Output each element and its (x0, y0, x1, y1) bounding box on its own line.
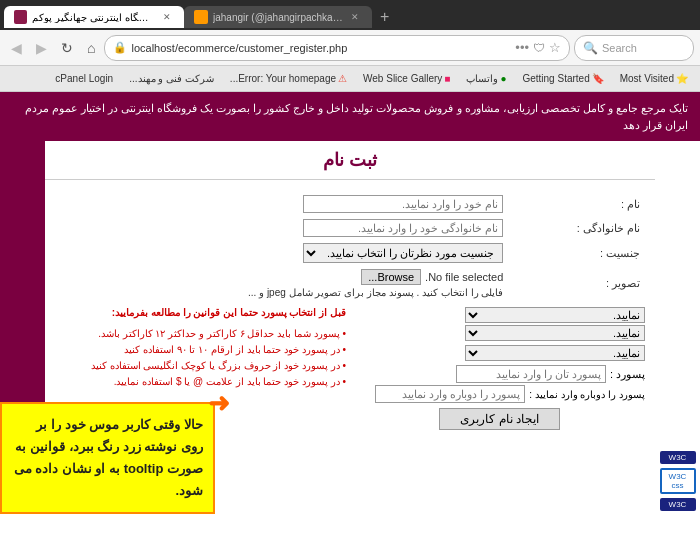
dropdown-1[interactable]: نمایید. (465, 307, 645, 323)
gender-select[interactable]: جنسیت مورد نظرتان را انتخاب نمایید. (303, 243, 503, 263)
address-text: localhost/ecommerce/customer_register.ph… (131, 42, 511, 54)
tooltip-overlay: حالا وقتی کاربر موس خود را بر روی نوشته … (0, 402, 215, 514)
file-upload-row: No file selected. Browse... (60, 269, 503, 285)
back-button[interactable]: ◀ (6, 37, 27, 59)
shield-icon: 🛡 (533, 41, 545, 55)
search-bar[interactable]: 🔍 Search (574, 35, 694, 61)
tab-favicon-2 (194, 10, 208, 24)
dropdown-row-1: نمایید. (354, 307, 645, 323)
password-input[interactable] (456, 365, 606, 383)
password-inputs-col: نمایید. نمایید. نمایید. (354, 305, 645, 435)
bookmark-icon-web-slice: ■ (444, 73, 450, 84)
tab-active[interactable]: فروشگاه اینترنتی جهانگیر پوکم ✕ (4, 6, 184, 28)
bookmark-icon-getting-started: 🔖 (592, 73, 604, 84)
bookmark-icon-whatsapp: ● (500, 73, 506, 84)
dropdown-3[interactable]: نمایید. (465, 345, 645, 361)
photo-label: تصویر : (508, 266, 645, 301)
policy-intro: قبل از انتخاب پسورد حتما این قوانین را م… (55, 305, 346, 320)
search-text: Search (602, 42, 637, 54)
submit-row: ایجاد نام کاربری (354, 408, 645, 430)
tab-favicon-1 (14, 10, 27, 24)
dropdown-row-2: نمایید. (354, 325, 645, 341)
bookmark-getting-started[interactable]: 🔖 Getting Started (516, 71, 609, 86)
browser-chrome: فروشگاه اینترنتی جهانگیر پوکم ✕ jahangir… (0, 0, 700, 92)
bookmark-tech[interactable]: شرکت فنی و مهند... (123, 71, 220, 86)
star-icon[interactable]: ☆ (549, 40, 561, 55)
home-button[interactable]: ⌂ (82, 37, 100, 59)
bookmark-icon-most-visited: ⭐ (676, 73, 688, 84)
bookmarks-bar: ⭐ Most Visited 🔖 Getting Started ● واتسا… (0, 66, 700, 92)
bookmark-most-visited[interactable]: ⭐ Most Visited (614, 71, 694, 86)
password-confirm-label: پسورد را دوباره وارد نمایید : (529, 389, 645, 400)
bookmark-icon-error: ⚠ (338, 73, 347, 84)
password-row: پسورد : (354, 365, 645, 383)
pwd-rule-1: • پسورد شما باید حداقل ۶ کاراکتر و حداکث… (55, 326, 346, 342)
wc-badge-2: W3C (660, 498, 696, 511)
password-rules: • پسورد شما باید حداقل ۶ کاراکتر و حداکث… (55, 322, 346, 394)
refresh-button[interactable]: ↻ (56, 37, 78, 59)
gender-row: جنسیت : جنسیت مورد نظرتان را انتخاب نمای… (55, 240, 645, 266)
password-confirm-input[interactable] (375, 385, 525, 403)
file-selected-text: No file selected. (425, 271, 503, 283)
family-input[interactable] (303, 219, 503, 237)
address-bar[interactable]: 🔒 localhost/ecommerce/customer_register.… (104, 35, 570, 61)
dots-menu[interactable]: ••• (515, 40, 529, 55)
tab-inactive-2[interactable]: jahangir (@jahangirpachkam) • In... ✕ (184, 6, 372, 28)
password-confirm-row: پسورد را دوباره وارد نمایید : (354, 385, 645, 403)
family-label: نام خانوادگی : (508, 216, 645, 240)
tab-title-1: فروشگاه اینترنتی جهانگیر پوکم (32, 12, 155, 23)
bookmark-web-slice[interactable]: ■ Web Slice Gallery (357, 71, 456, 86)
nav-bar: ◀ ▶ ↻ ⌂ 🔒 localhost/ecommerce/customer_r… (0, 30, 700, 66)
right-sidebar: W3C W3C css W3C (655, 141, 700, 514)
photo-row: تصویر : No file selected. Browse... فایل… (55, 266, 645, 301)
pwd-rule-2: • در پسورد خود حتما باید از ارقام ۱۰ تا … (55, 342, 346, 358)
bookmark-cpanel[interactable]: cPanel Login (49, 71, 119, 86)
tooltip-arrow: ➜ (208, 388, 230, 419)
site-header-text: تایک مرجع جامع و کامل تخصصی ارزیابی، مشا… (25, 102, 688, 131)
name-row: نام : (55, 192, 645, 216)
name-label: نام : (508, 192, 645, 216)
tab-close-1[interactable]: ✕ (161, 10, 174, 24)
name-input[interactable] (303, 195, 503, 213)
site-header: تایک مرجع جامع و کامل تخصصی ارزیابی، مشا… (0, 92, 700, 141)
page-content: تایک مرجع جامع و کامل تخصصی ارزیابی، مشا… (0, 92, 700, 514)
tab-close-2[interactable]: ✕ (348, 10, 362, 24)
tab-bar: فروشگاه اینترنتی جهانگیر پوکم ✕ jahangir… (0, 0, 700, 30)
dropdown-row-3: نمایید. (354, 345, 645, 361)
file-note: فایلی را انتخاب کنید . پسوند مجاز برای ت… (60, 287, 503, 298)
family-row: نام خانوادگی : (55, 216, 645, 240)
dropdown-2[interactable]: نمایید. (465, 325, 645, 341)
password-label: پسورد : (610, 368, 645, 381)
bookmark-error[interactable]: ⚠ Error: Your homepage... (224, 71, 353, 86)
forward-button[interactable]: ▶ (31, 37, 52, 59)
gender-label: جنسیت : (508, 240, 645, 266)
tooltip-text: حالا وقتی کاربر موس خود را بر روی نوشته … (14, 417, 203, 498)
tab-title-2: jahangir (@jahangirpachkam) • In... (213, 12, 343, 23)
pwd-rule-3: • در پسورد خود از حروف بزرگ یا کوچک انگل… (55, 358, 346, 374)
browse-button[interactable]: Browse... (361, 269, 421, 285)
page-title: ثبت نام (45, 141, 655, 180)
form-table: نام : نام خانوادگی : جنسیت : (55, 192, 645, 301)
wc-badge-1: W3C (660, 451, 696, 464)
tooltip-content: حالا وقتی کاربر موس خود را بر روی نوشته … (12, 414, 203, 502)
new-tab-button[interactable]: + (372, 4, 397, 30)
submit-button[interactable]: ایجاد نام کاربری (439, 408, 560, 430)
wc-badge-css: W3C css (660, 468, 696, 494)
bookmark-whatsapp[interactable]: ● واتساپ (460, 71, 512, 86)
pwd-rule-4: • در پسورد خود حتما باید از علامت @ یا $… (55, 374, 346, 390)
search-icon: 🔍 (583, 41, 598, 55)
lock-icon: 🔒 (113, 41, 127, 54)
